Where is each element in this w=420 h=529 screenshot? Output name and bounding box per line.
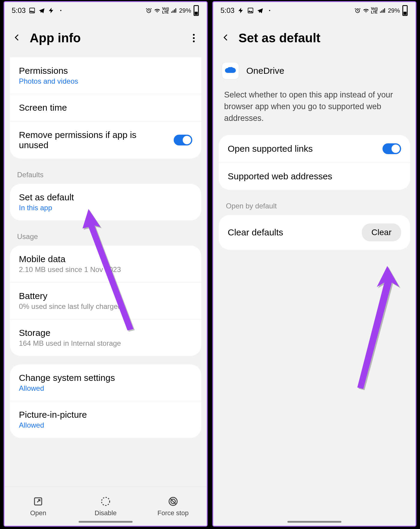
header: Set as default	[213, 19, 416, 57]
svg-rect-5	[176, 8, 176, 13]
svg-rect-17	[384, 8, 385, 13]
open-links-toggle[interactable]	[382, 143, 401, 154]
back-button[interactable]	[222, 33, 230, 43]
card-links: Open supported links Supported web addre…	[219, 135, 410, 190]
section-defaults-label: Defaults	[4, 167, 207, 184]
row-storage[interactable]: Storage 164 MB used in Internal storage	[10, 319, 201, 356]
row-change-system-settings[interactable]: Change system settings Allowed	[10, 364, 201, 401]
header: App info	[4, 19, 207, 57]
status-time: 5:03	[12, 6, 26, 15]
gallery-icon	[29, 7, 35, 14]
phone-left-app-info: 5:03 • Vo))LTE 29% App info Permissions	[4, 1, 208, 527]
telegram-icon	[257, 7, 263, 14]
svg-rect-4	[174, 9, 175, 13]
wifi-icon	[363, 7, 369, 14]
description-text: Select whether to open this app instead …	[213, 89, 416, 135]
app-identity-row: OneDrive	[213, 57, 416, 89]
scroll-area[interactable]: Permissions Photos and videos Screen tim…	[4, 57, 207, 487]
lightning-icon	[48, 7, 55, 14]
section-open-by-default-label: Open by default	[213, 198, 416, 215]
remove-permissions-toggle[interactable]	[174, 135, 192, 145]
svg-point-9	[102, 497, 110, 505]
dot-icon: •	[266, 7, 273, 14]
svg-rect-14	[380, 12, 381, 13]
status-bar: 5:03 • Vo))LTE 29%	[4, 2, 207, 19]
battery-icon	[402, 7, 408, 14]
card-advanced: Change system settings Allowed Picture-i…	[10, 364, 201, 438]
phone-right-set-default: 5:03 • Vo))LTE 29% Set as default OneDri…	[212, 1, 416, 527]
svg-rect-15	[381, 10, 382, 13]
home-indicator[interactable]	[287, 521, 341, 523]
svg-rect-7	[195, 12, 197, 14]
app-name: OneDrive	[246, 66, 284, 76]
battery-percent: 29%	[179, 7, 191, 14]
page-title: App info	[30, 31, 181, 45]
row-supported-web-addresses[interactable]: Supported web addresses	[219, 163, 410, 190]
row-permissions[interactable]: Permissions Photos and videos	[10, 57, 201, 94]
force-stop-button[interactable]: Force stop	[139, 487, 207, 526]
volte-icon: Vo))LTE	[371, 7, 378, 14]
row-battery[interactable]: Battery 0% used since last fully charged	[10, 282, 201, 319]
back-button[interactable]	[13, 33, 21, 43]
lightning-icon	[238, 7, 244, 14]
row-screen-time[interactable]: Screen time	[10, 94, 201, 121]
row-set-as-default[interactable]: Set as default In this app	[10, 184, 201, 220]
volte-icon: Vo))LTE	[162, 7, 169, 14]
card-clear-defaults: Clear defaults Clear	[219, 215, 410, 250]
svg-rect-19	[404, 12, 406, 14]
battery-icon	[193, 7, 200, 14]
open-button[interactable]: Open	[4, 487, 72, 526]
onedrive-icon	[222, 62, 239, 79]
row-picture-in-picture[interactable]: Picture-in-picture Allowed	[10, 401, 201, 438]
gallery-icon	[247, 7, 254, 14]
bottom-action-bar: Open Disable Force stop	[4, 487, 207, 526]
status-bar: 5:03 • Vo))LTE 29%	[213, 2, 416, 19]
section-usage-label: Usage	[4, 229, 207, 246]
telegram-icon	[38, 7, 45, 14]
card-general: Permissions Photos and videos Screen tim…	[10, 57, 201, 159]
page-title: Set as default	[238, 31, 407, 45]
wifi-icon	[154, 7, 160, 14]
status-time: 5:03	[220, 6, 235, 15]
battery-percent: 29%	[388, 7, 400, 14]
svg-rect-2	[171, 12, 172, 13]
alarm-icon	[146, 7, 152, 14]
card-defaults: Set as default In this app	[10, 184, 201, 220]
row-remove-permissions[interactable]: Remove permissions if app is unused	[10, 121, 201, 159]
clear-button[interactable]: Clear	[362, 223, 401, 241]
svg-rect-16	[383, 9, 384, 13]
row-open-supported-links[interactable]: Open supported links	[219, 135, 410, 163]
alarm-icon	[354, 7, 361, 14]
home-indicator[interactable]	[79, 521, 133, 523]
card-usage: Mobile data 2.10 MB used since 1 Nov 202…	[10, 246, 201, 356]
dot-icon: •	[58, 7, 64, 14]
signal-icon	[171, 7, 177, 14]
scroll-area[interactable]: OneDrive Select whether to open this app…	[213, 57, 416, 526]
svg-rect-3	[172, 10, 173, 13]
row-clear-defaults: Clear defaults Clear	[219, 215, 410, 250]
signal-icon	[380, 7, 386, 14]
disable-button[interactable]: Disable	[72, 487, 140, 526]
more-menu-button[interactable]	[189, 34, 198, 42]
row-mobile-data[interactable]: Mobile data 2.10 MB used since 1 Nov 202…	[10, 246, 201, 282]
